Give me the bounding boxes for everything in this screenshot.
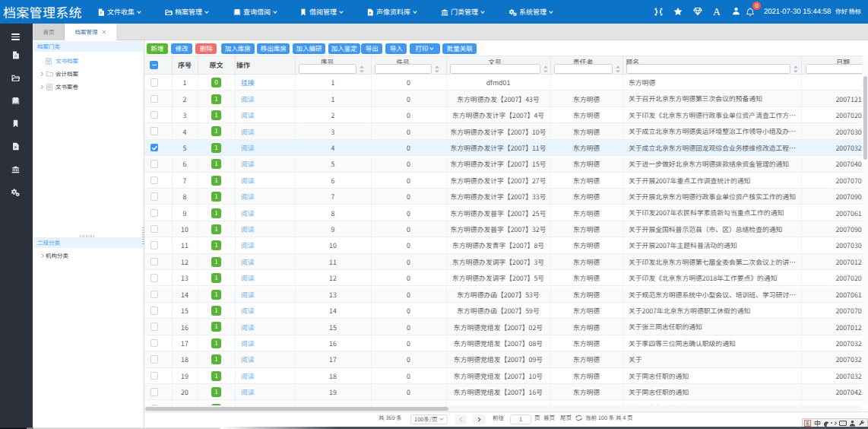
svg-text:A: A [14, 54, 17, 58]
svg-text:A: A [100, 11, 103, 14]
